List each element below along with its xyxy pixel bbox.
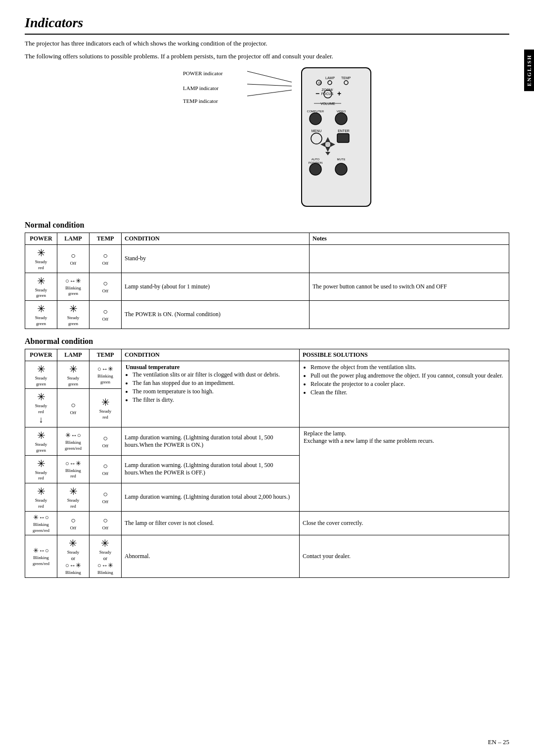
svg-text:+: +	[337, 90, 341, 97]
ab-temp-2: ○ Off	[102, 434, 108, 449]
diagram-area: POWER indicator LAMP indicator TEMP indi…	[54, 65, 509, 211]
lamp-icon-1: ○ Off	[70, 251, 76, 266]
svg-text:⊙: ⊙	[318, 81, 321, 85]
ab-temp-3: ○ Off	[102, 462, 108, 476]
svg-text:−: −	[315, 90, 319, 97]
ab-row-5: ✳↔○ Blinking green/red ○ Off ○ Off The l…	[25, 511, 509, 535]
normal-row-3: ✳ Steady green ✳ Steady green ○ Off The …	[25, 301, 509, 329]
svg-rect-24	[337, 134, 349, 142]
ab-solutions-6: Contact your dealer.	[300, 535, 509, 578]
temp-indicator-label: TEMP indicator	[183, 98, 222, 104]
svg-text:COMPUTER: COMPUTER	[307, 110, 324, 113]
ab-th-solutions: POSSIBLE SOLUTIONS	[300, 349, 509, 361]
power-icon-1: ✳ Steady red	[35, 247, 47, 271]
ab-temp-1a: ○↔✳ Blinking green	[97, 365, 113, 385]
abnormal-condition-table: POWER LAMP TEMP CONDITION POSSIBLE SOLUT…	[25, 349, 509, 578]
ab-condition-1: Unusual temperature The ventilation slit…	[122, 361, 300, 427]
ab-temp-4: ○ Off	[102, 490, 108, 505]
svg-text:AUTO: AUTO	[312, 158, 320, 161]
ab-row-2: ✳ Steady green ✳↔○ Blinking green/red ○ …	[25, 427, 509, 455]
lamp-icon-3: ✳ Steady green	[67, 303, 80, 327]
normal-condition-table: POWER LAMP TEMP CONDITION Notes ✳ Steady…	[25, 233, 509, 329]
ab-solutions-5: Close the cover correctly.	[300, 511, 509, 535]
ab-row-6: ✳↔○ Blinking green/red ✳ Steady or ○↔✳ B…	[25, 535, 509, 578]
th-power: POWER	[25, 233, 57, 245]
svg-point-29	[325, 142, 331, 147]
ab-temp-6: ✳ Steady or ○↔✳ Blinking	[97, 537, 113, 575]
svg-point-19	[310, 113, 321, 125]
ab-row-1a: ✳ Steady green ✳ Steady green ○↔✳ Blinki…	[25, 361, 509, 389]
ab-temp-5: ○ Off	[102, 516, 108, 531]
ab-power-4: ✳ Steady red	[35, 485, 47, 509]
ab-solutions-2: Replace the lamp. Exchange with a new la…	[300, 427, 509, 511]
lamp-icon-2: ○↔✳ Blinking green	[65, 277, 81, 297]
svg-text:ENTER: ENTER	[338, 129, 350, 133]
power-icon-3: ✳ Steady green	[35, 303, 47, 327]
ab-temp-1b: ✳ Steady red	[99, 396, 112, 420]
notes-3	[310, 301, 509, 329]
svg-point-34	[310, 163, 321, 175]
ab-condition-2: Lamp duration warning. (Lightning durati…	[122, 427, 300, 455]
ab-th-condition: CONDITION	[122, 349, 300, 361]
ab-condition-4: Lamp duration warning. (Lightning durati…	[122, 483, 300, 512]
intro-text-2: The following offers solutions to possib…	[25, 52, 509, 60]
ab-lamp-6: ✳ Steady or ○↔✳ Blinking	[65, 537, 81, 575]
ab-power-6: ✳↔○ Blinking green/red	[33, 547, 49, 567]
ab-lamp-1a: ✳ Steady green	[67, 363, 80, 387]
th-notes: Notes	[310, 233, 509, 245]
svg-text:LAMP: LAMP	[325, 76, 335, 80]
svg-line-1	[247, 84, 292, 86]
notes-2: The power button cannot be used to switc…	[310, 273, 509, 301]
ab-condition-6: Abnormal.	[122, 535, 300, 578]
ab-lamp-2: ✳↔○ Blinking green/red	[65, 431, 82, 451]
th-temp: TEMP	[89, 233, 122, 245]
ab-solutions-1: Remove the object from the ventilation s…	[300, 361, 509, 427]
ab-power-5: ✳↔○ Blinking green/red	[33, 514, 49, 533]
ab-power-1b: ✳ Steady red	[35, 391, 47, 415]
condition-3: The POWER is ON. (Normal condition)	[122, 301, 310, 329]
intro-text-1: The projector has three indicators each …	[25, 40, 509, 47]
normal-condition-title: Normal condition	[25, 221, 509, 230]
page-number: EN – 25	[488, 738, 509, 746]
ab-th-power: POWER	[25, 349, 57, 361]
projector-panel: LAMP TEMP ⊙ ZOOM/ FOCUS − +	[297, 65, 381, 211]
condition-2: Lamp stand-by (about for 1 minute)	[122, 273, 310, 301]
svg-rect-3	[302, 68, 371, 206]
ab-condition-3: Lamp duration warning. (Lightning durati…	[122, 455, 300, 483]
svg-text:VIDEO: VIDEO	[337, 110, 346, 113]
ab-th-lamp: LAMP	[57, 349, 89, 361]
ab-lamp-3: ○↔✳ Blinking red	[65, 460, 81, 479]
ab-condition-5: The lamp or filter cover is not closed.	[122, 511, 300, 535]
normal-row-2: ✳ Steady green ○↔✳ Blinking green ○ Off …	[25, 273, 509, 301]
th-condition: CONDITION	[122, 233, 310, 245]
temp-icon-2: ○ Off	[102, 279, 108, 294]
temp-icon-1: ○ Off	[102, 251, 108, 266]
power-icon-2: ✳ Steady green	[35, 275, 47, 299]
svg-text:TEMP: TEMP	[341, 76, 351, 80]
page-title: Indicators	[25, 15, 509, 35]
svg-point-35	[335, 163, 347, 175]
condition-1: Stand-by	[122, 245, 310, 273]
th-lamp: LAMP	[57, 233, 89, 245]
temp-icon-3: ○ Off	[102, 307, 108, 322]
normal-row-1: ✳ Steady red ○ Off ○ Off Stand-by	[25, 245, 509, 273]
ab-lamp-1b: ○ Off	[70, 401, 76, 416]
ab-lamp-4: ✳ Steady red	[67, 485, 80, 509]
abnormal-condition-title: Abnormal condition	[25, 337, 509, 346]
notes-1	[310, 245, 509, 273]
svg-line-2	[247, 90, 292, 96]
indicator-lines	[247, 67, 307, 107]
ab-power-1a: ✳ Steady green	[35, 363, 47, 387]
ab-power-3: ✳ Steady red	[35, 458, 47, 481]
ab-power-2: ✳ Steady green	[35, 429, 47, 453]
svg-text:MENU: MENU	[312, 129, 322, 133]
ab-lamp-5: ○ Off	[70, 516, 76, 531]
ab-th-temp: TEMP	[89, 349, 122, 361]
svg-text:MUTE: MUTE	[337, 158, 346, 161]
lamp-indicator-label: LAMP indicator	[183, 85, 222, 91]
svg-text:VOLUME: VOLUME	[320, 102, 335, 105]
svg-line-0	[247, 71, 292, 82]
side-label: ENGLISH	[524, 49, 534, 91]
svg-point-20	[335, 113, 347, 125]
power-indicator-label: POWER indicator	[183, 70, 222, 76]
